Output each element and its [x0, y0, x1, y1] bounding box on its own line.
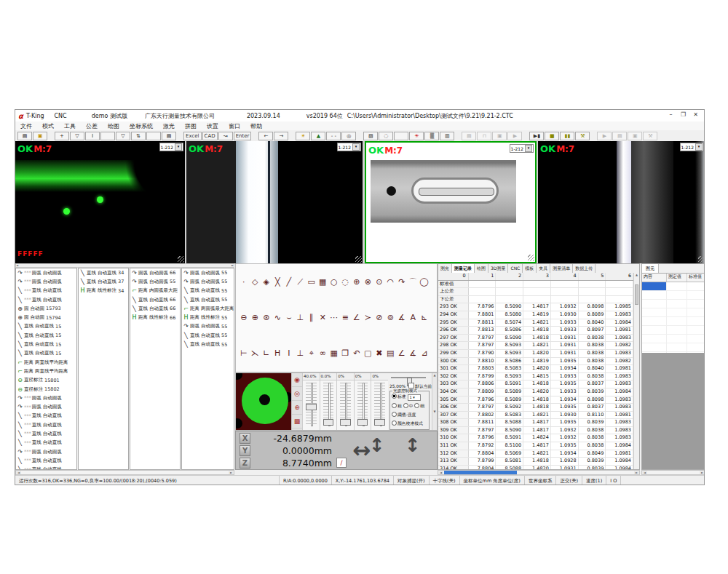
circle-pair-tool-icon[interactable]: ⊚: [385, 312, 397, 324]
table-hscrollbar[interactable]: ◄ ►: [438, 470, 640, 475]
table-row[interactable]: 307 OK7.88028.50831.48211.09300.81101.09…: [438, 412, 633, 420]
table-row[interactable]: 301 OK7.88038.50831.48201.09340.80401.09…: [438, 365, 633, 373]
resize-grip[interactable]: [698, 256, 705, 263]
wheel2-tool-icon[interactable]: ⊛: [261, 312, 272, 324]
tab-3[interactable]: 3D测量: [488, 264, 508, 273]
undo-tool-icon[interactable]: ↶: [351, 348, 363, 359]
tab-8[interactable]: 数据上传: [573, 264, 596, 273]
slider-thumb[interactable]: [306, 404, 317, 410]
zoom-search-button[interactable]: ◎: [341, 132, 356, 140]
list-item[interactable]: ╲直线自动直线15: [16, 349, 76, 358]
lasso-button[interactable]: ◌: [379, 132, 393, 140]
dashes-button[interactable]: - -: [326, 132, 341, 140]
circle-scan-tool-icon[interactable]: ◌: [340, 276, 352, 288]
slider-thumb[interactable]: [357, 419, 368, 426]
list-item[interactable]: ↷***圆弧自动圆弧: [16, 268, 76, 277]
radio-standard[interactable]: [392, 394, 397, 399]
element-row[interactable]: [642, 335, 705, 343]
camera-panel-1[interactable]: FFFFF OKM:7 1-212 ▾: [15, 141, 185, 263]
camera-2-range-select[interactable]: 1-212 ▾: [337, 143, 361, 151]
table-row[interactable]: 313 OK7.87998.50811.48181.09280.80391.09…: [438, 458, 633, 466]
coaxial-light-icon[interactable]: ⊕: [292, 401, 302, 415]
table-row[interactable]: 294 OK7.88018.50801.48191.09300.80891.09…: [438, 311, 633, 319]
wave-tool-icon[interactable]: ∿: [272, 312, 284, 324]
build-hammer-button[interactable]: ⚒: [575, 132, 590, 140]
radio-coarse[interactable]: [392, 403, 397, 408]
triple-line-tool-icon[interactable]: ≡: [340, 312, 352, 324]
maximize-button[interactable]: ❐: [677, 111, 689, 119]
slider-thumb[interactable]: [374, 419, 385, 426]
pause-button[interactable]: ▮▮: [560, 132, 574, 140]
list-item[interactable]: ⌐距离两直线平均距离: [16, 358, 76, 367]
table-row[interactable]: 293 OK7.87968.50901.48171.09320.80981.09…: [438, 303, 633, 311]
table-row[interactable]: 302 OK7.87998.50931.48151.09330.80381.09…: [438, 373, 633, 381]
slope-move-button[interactable]: ∕: [336, 458, 347, 468]
list-item[interactable]: ╲直线自动直线15: [16, 331, 76, 340]
list-item[interactable]: ⌐距离两圆弧最大距离: [182, 304, 234, 313]
terrain-view-button[interactable]: ▲: [311, 132, 325, 140]
arrow-right-button[interactable]: →: [274, 132, 288, 140]
chevron-down-icon[interactable]: ▾: [175, 143, 182, 151]
menu-item-5[interactable]: 坐标系统: [124, 122, 158, 130]
table-row[interactable]: 308 OK7.88118.50881.48171.09350.80391.09…: [438, 419, 633, 427]
open-2-button[interactable]: ▣: [492, 132, 507, 140]
open-3-button[interactable]: ▣: [628, 132, 642, 140]
table-row[interactable]: 303 OK7.88068.50911.48181.09350.80371.09…: [438, 380, 633, 388]
delete-tool-icon[interactable]: ✖: [373, 348, 385, 359]
camera-panel-3-active[interactable]: OKM:7 1-212 ▾: [365, 141, 537, 263]
clamp-button[interactable]: ⊓: [477, 132, 491, 140]
resize-grip[interactable]: [528, 255, 534, 261]
list-item[interactable]: ⌐距离内圆弧最大距: [130, 287, 180, 295]
enter-button[interactable]: Enter: [234, 132, 252, 140]
list-item[interactable]: ╲***直线自动直线: [16, 412, 76, 420]
table-row[interactable]: 309 OK7.87978.50901.48171.09320.80381.09…: [438, 427, 633, 435]
dist-height-tool-icon[interactable]: I: [283, 348, 295, 359]
star-mark-button[interactable]: ✳: [409, 132, 424, 140]
list-item[interactable]: ↷***圆弧自动圆弧: [16, 447, 76, 456]
scroll-right-icon[interactable]: ►: [229, 471, 234, 474]
probe-button[interactable]: ▽: [70, 132, 84, 140]
table-row[interactable]: 305 OK7.87968.50891.48181.09340.80981.09…: [438, 396, 633, 404]
list-item[interactable]: H距离线性标注66: [130, 313, 180, 322]
table-row[interactable]: 304 OK7.88098.50891.48201.09330.80391.09…: [438, 388, 633, 396]
chart-view-button[interactable]: ▥: [440, 132, 454, 140]
perpendicular-tool-icon[interactable]: ⊥: [295, 312, 306, 324]
element-hscrollbar[interactable]: ◄ ►: [641, 470, 705, 475]
list-item[interactable]: ↷***圆弧自动圆弧: [16, 402, 76, 411]
chevron-down-icon[interactable]: ▾: [352, 143, 360, 151]
light-bulb-button[interactable]: ☀: [296, 132, 310, 140]
table-row[interactable]: 306 OK7.87978.50921.48181.09350.80371.09…: [438, 404, 633, 412]
minimize-button[interactable]: –: [665, 111, 677, 119]
save-2-button[interactable]: ▤: [462, 132, 476, 140]
radio-color-cal[interactable]: [392, 420, 397, 426]
table-row-special[interactable]: 标准值: [438, 281, 633, 289]
stop-button[interactable]: ■: [545, 132, 559, 140]
list-item[interactable]: ╲直线自动直线15: [16, 322, 76, 331]
table-row[interactable]: 311 OK7.87928.51001.48171.09350.80381.09…: [438, 442, 633, 450]
edge-beam-button[interactable]: Ⅰ: [85, 132, 100, 140]
list-item[interactable]: ╲直线自动直线15: [16, 340, 76, 348]
rect-tool-icon[interactable]: ▭: [306, 276, 317, 288]
table-row[interactable]: 310 OK7.87968.50911.48241.09320.80381.09…: [438, 434, 633, 442]
list-item[interactable]: ↷圆弧自动圆弧55: [182, 322, 234, 331]
circle-hatch-tool-icon[interactable]: ⊕: [351, 276, 363, 288]
table-tool-icon[interactable]: ▤: [385, 348, 397, 359]
element-row[interactable]: [642, 308, 705, 317]
ellipse-hatch-tool-icon[interactable]: ⊖: [238, 312, 250, 324]
tab-5[interactable]: 模板: [523, 264, 537, 273]
parallel-tool-icon[interactable]: ∥: [306, 312, 317, 324]
hatch-pattern-button[interactable]: ▨: [363, 132, 378, 140]
pick-region-icon[interactable]: ◈: [261, 276, 272, 288]
backlight-icon[interactable]: ▩: [292, 415, 302, 428]
list-item[interactable]: ╲***直线自动直线: [16, 456, 76, 465]
angle-x-tool-icon[interactable]: ∠: [396, 348, 408, 359]
element-row[interactable]: [642, 282, 705, 291]
chevron-down-icon[interactable]: ▾: [525, 145, 532, 152]
angle2-tool-icon[interactable]: ∡: [396, 312, 408, 324]
cross-tool-icon[interactable]: ✕: [317, 312, 329, 324]
rect-select-tool-icon[interactable]: ▢: [363, 348, 374, 359]
resize-grip[interactable]: [355, 256, 362, 263]
line-angle-tool-icon[interactable]: ⟋: [295, 276, 306, 288]
scrollbar-thumb[interactable]: [444, 471, 517, 474]
list-item[interactable]: ↷圆弧自动圆弧66: [130, 268, 180, 277]
